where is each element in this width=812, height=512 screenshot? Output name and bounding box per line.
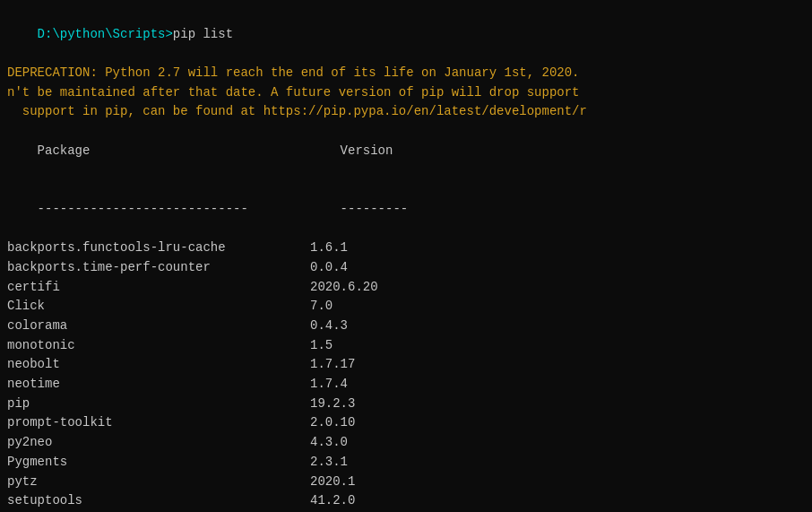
package-name: py2neo: [7, 433, 310, 453]
prompt-path: D:\python\Scripts>: [38, 27, 173, 41]
package-version: 1.7.4: [310, 377, 348, 391]
header-package: Package: [38, 142, 341, 161]
package-version: 2020.1: [310, 474, 355, 489]
table-row: monotonic1.5: [7, 336, 805, 356]
table-separator: -------------------------------------: [7, 180, 805, 239]
package-version: 0.4.3: [310, 318, 348, 333]
table-row: pytz2020.1: [7, 473, 805, 492]
package-name: pytz: [7, 473, 310, 492]
package-name: monotonic: [7, 336, 310, 356]
package-version: 1.6.1: [310, 240, 348, 255]
package-name: Pygments: [7, 453, 310, 473]
table-row: backports.functools-lru-cache1.6.1: [7, 239, 805, 258]
package-version: 2020.6.20: [310, 280, 378, 294]
package-version: 1.7.17: [310, 357, 355, 371]
package-version: 2.3.1: [310, 455, 348, 469]
table-header: PackageVersion: [7, 122, 805, 180]
header-version: Version: [341, 143, 393, 158]
table-row: pip19.2.3: [7, 395, 805, 414]
table-row: Pygments2.3.1: [7, 453, 805, 473]
package-name: backports.functools-lru-cache: [7, 239, 310, 258]
prompt-command: pip list: [173, 27, 233, 41]
package-name: prompt-toolkit: [7, 413, 310, 433]
table-row: py2neo4.3.0: [7, 433, 805, 453]
sep-version: ---------: [341, 202, 409, 216]
table-row: neotime1.7.4: [7, 375, 805, 395]
package-name: setuptools: [7, 491, 310, 511]
package-name: neobolt: [7, 355, 310, 375]
table-row: Click7.0: [7, 297, 805, 317]
deprecation-line-3: support in pip, can be found at https://…: [7, 102, 805, 122]
package-version: 1.5: [310, 338, 333, 352]
sep-package: ----------------------------: [38, 200, 341, 220]
package-version: 7.0: [310, 299, 333, 313]
deprecation-line-2: n't be maintained after that date. A fut…: [7, 83, 805, 103]
package-name: colorama: [7, 317, 310, 336]
deprecation-line-1: DEPRECATION: Python 2.7 will reach the e…: [7, 64, 805, 83]
package-name: certifi: [7, 278, 310, 298]
table-row: prompt-toolkit2.0.10: [7, 413, 805, 433]
package-name: pip: [7, 395, 310, 414]
package-name: neotime: [7, 375, 310, 395]
table-row: certifi2020.6.20: [7, 278, 805, 298]
package-name: backports.time-perf-counter: [7, 258, 310, 278]
table-row: neobolt1.7.17: [7, 355, 805, 375]
package-version: 41.2.0: [310, 493, 355, 508]
table-row: setuptools41.2.0: [7, 491, 805, 511]
package-version: 0.0.4: [310, 260, 348, 274]
package-version: 2.0.10: [310, 415, 355, 430]
package-name: Click: [7, 297, 310, 317]
packages-list: backports.functools-lru-cache1.6.1backpo…: [7, 239, 805, 512]
package-version: 4.3.0: [310, 435, 348, 449]
table-row: colorama0.4.3: [7, 317, 805, 336]
package-version: 19.2.3: [310, 396, 355, 411]
table-row: backports.time-perf-counter0.0.4: [7, 258, 805, 278]
terminal-window: D:\python\Scripts>pip list DEPRECATION: …: [0, 0, 812, 512]
prompt-line: D:\python\Scripts>pip list: [7, 5, 805, 64]
